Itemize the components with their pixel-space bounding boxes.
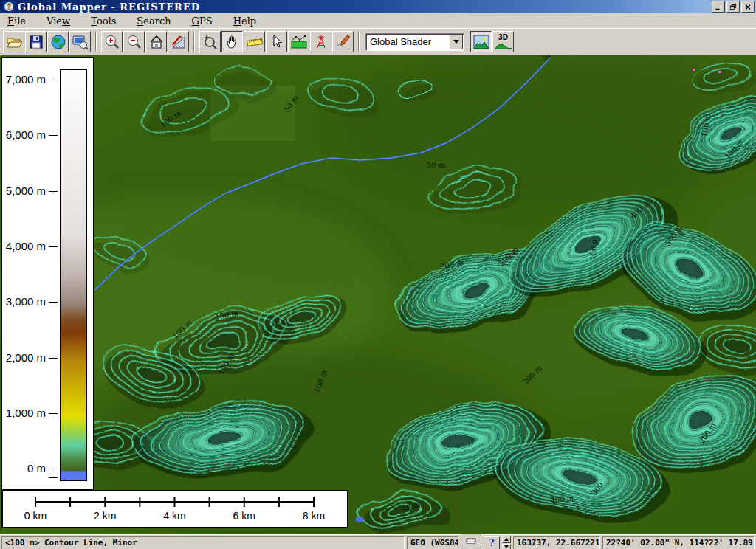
ruler-pencil-icon (170, 33, 188, 51)
help-button[interactable]: ? (484, 536, 500, 549)
scale-label: 6 km (233, 510, 255, 522)
chevron-up-icon (504, 536, 509, 541)
menu-bar: FileViewToolsSearchGPSHelp (0, 13, 756, 28)
app-icon (3, 1, 15, 13)
overlay-control-center-button[interactable] (69, 31, 91, 52)
zoom-to-scale-button[interactable] (168, 31, 189, 52)
legend-tick-label: 4,000 m (0, 241, 46, 252)
legend-tick (49, 80, 58, 80)
path-profile-button[interactable] (288, 31, 309, 52)
texture-map-button[interactable] (470, 31, 492, 52)
legend-tick (49, 477, 58, 478)
legend-tick-label: 7,000 m (0, 74, 46, 86)
zoom-out-button[interactable] (123, 31, 145, 52)
zoom-in-icon (103, 33, 121, 51)
world-icon (49, 33, 67, 51)
menu-item-search[interactable]: Search (135, 15, 172, 27)
arrow-cursor-icon (268, 33, 286, 51)
global-mapper-window: Global Mapper - REGISTERED FileViewTools… (0, 0, 756, 549)
legend-tick (49, 135, 58, 136)
legend-tick (49, 469, 58, 469)
window-title: Global Mapper - REGISTERED (18, 1, 710, 13)
legend-tick-label: 0 m (0, 463, 46, 474)
elevation-legend (1, 57, 94, 490)
zoom-out-icon (126, 33, 143, 51)
keyboard-button[interactable] (461, 534, 481, 548)
overlay-control-center-icon (72, 33, 89, 51)
restore-button[interactable] (726, 1, 740, 13)
contour-label: 50 m (427, 161, 446, 169)
legend-tick (49, 191, 58, 192)
shader-combobox-value: Global Shader (366, 34, 448, 50)
zoom-in-button[interactable] (101, 31, 123, 52)
pencil-icon (334, 33, 352, 51)
legend-tick-label: 6,000 m (0, 129, 46, 141)
map-canvas[interactable]: 50 m100 m50 m50 m300 m500 m400 m500 m100… (0, 55, 756, 534)
view-shed-button[interactable] (310, 31, 331, 52)
menu-item-help[interactable]: Help (232, 15, 258, 27)
measure-button[interactable] (244, 31, 265, 52)
pointer-button[interactable] (266, 31, 287, 52)
status-spinner (502, 536, 511, 549)
legend-tick (49, 358, 58, 359)
toolbar-separator (193, 32, 195, 52)
landscape-icon (472, 33, 490, 51)
view-3d-button[interactable]: 3D (492, 31, 514, 52)
scale-label: 2 km (94, 510, 116, 522)
restore-icon (729, 4, 737, 10)
legend-tick-label: 3,000 m (0, 296, 46, 308)
zoom-tool-button[interactable] (199, 31, 221, 52)
full-view-button[interactable] (145, 31, 167, 52)
status-projection: GEO (WGS84 (407, 536, 458, 549)
view-3d-label: 3D (498, 34, 508, 41)
world-data-button[interactable] (47, 31, 69, 52)
status-cursor-latlon: 22?40' 02.00" N, 114?22' 17.89" E (602, 536, 755, 549)
toolbar-separator (358, 32, 360, 52)
chevron-down-icon (504, 545, 509, 549)
question-mark-icon: ? (489, 538, 494, 548)
legend-tick-label: 2,000 m (0, 352, 46, 364)
magnifier-plus-icon (202, 33, 219, 51)
home-icon (148, 33, 165, 51)
legend-tick (49, 413, 58, 414)
chevron-down-icon (453, 40, 459, 46)
save-icon (27, 33, 45, 51)
path-profile-icon (290, 33, 308, 51)
legend-tick (49, 246, 58, 247)
elevation-gradient-bar (60, 69, 87, 481)
scale-label: 4 km (163, 510, 185, 522)
menu-item-gps[interactable]: GPS (190, 15, 214, 27)
spinner-down-button[interactable] (502, 544, 511, 549)
toolbar-separator (95, 32, 97, 52)
hand-icon (224, 33, 241, 51)
menu-item-file[interactable]: File (6, 15, 27, 27)
close-icon (744, 4, 752, 10)
legend-tick (49, 302, 58, 303)
minimize-button[interactable] (712, 1, 725, 13)
pan-button[interactable] (221, 31, 243, 52)
menu-item-view[interactable]: View (45, 15, 72, 27)
menu-item-tools[interactable]: Tools (89, 15, 117, 27)
ruler-icon (246, 33, 264, 51)
scale-label: 0 km (24, 510, 47, 522)
scale-bar: 0 km2 km4 km6 km8 km (1, 490, 348, 528)
save-button[interactable] (25, 31, 47, 52)
open-icon (5, 33, 23, 51)
scale-label: 8 km (303, 510, 325, 522)
shader-combobox-dropdown-button[interactable] (449, 35, 463, 49)
close-button[interactable] (741, 1, 755, 13)
keyboard-icon (466, 536, 476, 545)
open-button[interactable] (3, 31, 24, 52)
title-bar[interactable]: Global Mapper - REGISTERED (0, 0, 756, 13)
status-cursor-xy: 163737, 22.66722137 ) (513, 536, 600, 549)
spinner-up-button[interactable] (502, 536, 511, 543)
status-bar: <100 m> Contour Line, Minor GEO (WGS84 ?… (0, 534, 756, 549)
minimize-icon (715, 4, 722, 10)
toolbar: Global Shader 3D (0, 28, 756, 55)
digitizer-button[interactable] (332, 31, 354, 52)
status-hint: <100 m> Contour Line, Minor (1, 536, 405, 549)
legend-tick-label: 1,000 m (0, 407, 46, 419)
hill-icon (495, 41, 512, 49)
shader-combobox[interactable]: Global Shader (365, 33, 464, 51)
legend-tick-label: 5,000 m (0, 185, 46, 197)
